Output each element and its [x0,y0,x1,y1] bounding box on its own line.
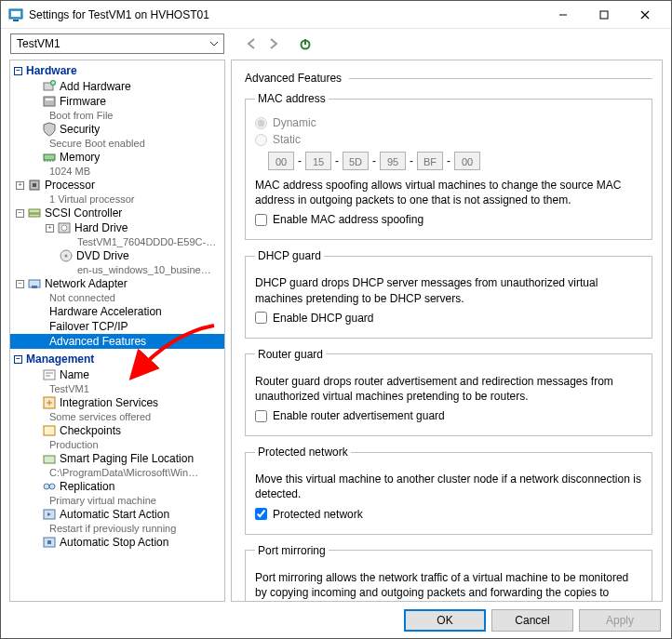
svg-rect-19 [32,286,37,288]
power-icon[interactable] [295,33,316,54]
svg-rect-7 [44,97,55,106]
name-icon [42,367,57,382]
group-protected: Protected network Move this virtual mach… [245,446,652,534]
radio-mac-static[interactable]: Static [255,133,642,146]
cancel-button[interactable]: Cancel [491,609,573,632]
tree-intsvc[interactable]: Integration Services [10,395,224,410]
group-mirror-legend: Port mirroring [255,544,329,557]
group-router: Router guard Router guard drops router a… [245,348,652,436]
tree-name-sub: TestVM1 [10,382,224,395]
check-mac-spoof[interactable]: Enable MAC address spoofing [255,213,642,226]
svg-point-25 [49,484,55,489]
mac-octet[interactable]: 00 [454,152,480,170]
mac-octets: 00 - 15 - 5D - 95 - BF - 00 [268,152,642,170]
intsvc-icon [42,395,57,410]
svg-rect-11 [33,183,36,187]
tree-advanced-features[interactable]: Advanced Features [10,334,224,349]
tree-spf[interactable]: Smart Paging File Location [10,451,224,466]
maximize-button[interactable] [584,2,625,28]
tree-memory-sub: 1024 MB [10,165,224,178]
svg-point-17 [65,255,68,258]
radio-mac-dynamic[interactable]: Dynamic [255,116,642,129]
svg-rect-2 [13,20,19,21]
ok-button[interactable]: OK [404,609,486,632]
tree-dvd-sub: en-us_windows_10_busine… [10,263,224,276]
firmware-icon [42,94,57,109]
mac-octet[interactable]: 5D [343,152,369,170]
svg-point-24 [44,484,49,489]
tree-astart[interactable]: Automatic Start Action [10,507,224,522]
tree-dvd[interactable]: DVD Drive [10,248,224,263]
security-icon [42,122,57,137]
chevron-down-icon [205,34,222,53]
nic-icon [27,276,42,291]
settings-tree[interactable]: −Hardware Add Hardware Firmware Boot fro… [9,60,225,602]
app-icon [8,7,23,22]
mac-octet[interactable]: 00 [268,152,294,170]
protected-desc: Move this virtual machine to another clu… [255,472,642,501]
close-button[interactable] [625,2,665,28]
group-mac: MAC address Dynamic Static 00 - 15 - 5D … [245,92,652,240]
section-hardware[interactable]: −Hardware [10,60,224,79]
expand-icon[interactable]: + [46,224,54,233]
mac-octet[interactable]: 15 [305,152,331,170]
tree-firmware[interactable]: Firmware [10,94,224,109]
astart-icon [42,507,57,522]
tree-astart-sub: Restart if previously running [10,522,224,535]
tree-memory[interactable]: Memory [10,150,224,165]
expand-icon[interactable]: + [16,181,24,190]
tree-repl-sub: Primary virtual machine [10,494,224,507]
tree-nic-sub: Not connected [10,291,224,304]
vm-selector-value: TestVM1 [17,37,60,50]
ckpt-icon [42,423,57,438]
tree-intsvc-sub: Some services offered [10,410,224,423]
router-desc: Router guard drops router advertisement … [255,374,642,404]
memory-icon [42,150,57,165]
svg-rect-23 [44,456,55,463]
divider [349,78,652,79]
tree-spf-sub: C:\ProgramData\Microsoft\Win… [10,466,224,479]
group-dhcp-legend: DHCP guard [255,249,324,262]
group-mac-legend: MAC address [255,92,329,105]
tree-astop[interactable]: Automatic Stop Action [10,535,224,550]
toolbar: TestVM1 [1,29,671,59]
tree-ckpt[interactable]: Checkpoints [10,423,224,438]
group-router-legend: Router guard [255,348,326,361]
nav-back-button[interactable] [241,33,262,54]
window-title: Settings for TestVM1 on HVHOST01 [29,8,543,21]
mac-octet[interactable]: BF [417,152,443,170]
tree-failover[interactable]: Failover TCP/IP [10,319,224,334]
tree-firmware-sub: Boot from File [10,109,224,122]
mirror-desc: Port mirroring allows the network traffi… [255,570,642,603]
tree-name[interactable]: Name [10,367,224,382]
check-dhcp-guard[interactable]: Enable DHCP guard [255,312,642,325]
tree-security[interactable]: Security [10,122,224,137]
tree-hwaccel[interactable]: Hardware Acceleration [10,304,224,319]
apply-button[interactable]: Apply [579,609,661,632]
group-mirror: Port mirroring Port mirroring allows the… [245,544,652,603]
collapse-icon[interactable]: − [16,209,24,218]
tree-scsi[interactable]: − SCSI Controller [10,206,224,220]
check-protected-network[interactable]: Protected network [255,508,642,521]
tree-nic[interactable]: − Network Adapter [10,276,224,291]
hdd-icon [57,220,72,235]
section-management-label: Management [26,353,94,366]
tree-processor[interactable]: + Processor [10,178,224,193]
minimize-button[interactable] [543,2,584,28]
tree-ckpt-sub: Production [10,438,224,451]
collapse-icon[interactable]: − [16,280,24,288]
nav-forward-button[interactable] [263,33,284,54]
check-router-guard[interactable]: Enable router advertisement guard [255,409,642,422]
processor-icon [27,178,42,193]
vm-selector[interactable]: TestVM1 [10,33,224,54]
dvd-icon [59,248,74,263]
section-management[interactable]: −Management [10,349,224,367]
mac-octet[interactable]: 95 [380,152,406,170]
settings-detail-pane: Advanced Features MAC address Dynamic St… [231,60,663,602]
dialog-buttons: OK Cancel Apply [404,609,661,632]
section-hardware-label: Hardware [26,64,77,77]
tree-hdd[interactable]: + Hard Drive [10,220,224,235]
svg-point-15 [61,225,67,231]
tree-repl[interactable]: Replication [10,479,224,494]
tree-add-hardware[interactable]: Add Hardware [10,79,224,94]
